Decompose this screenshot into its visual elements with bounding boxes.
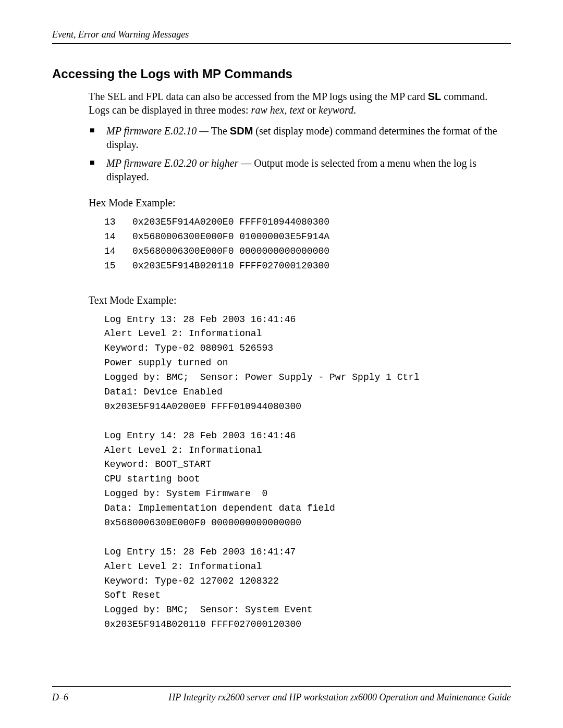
page-header: Event, Error and Warning Messages [52, 29, 511, 44]
hex-mode-output: 13 0x203E5F914A0200E0 FFFF010944080300 1… [104, 215, 508, 274]
bullet1-em: MP firmware E.02.10 — [106, 125, 209, 137]
body-content: The SEL and FPL data can also be accesse… [89, 90, 508, 632]
intro-sep1: , [284, 104, 289, 116]
hex-mode-label: Hex Mode Example: [89, 197, 508, 209]
bullet1-bold-sdm: SDM [230, 125, 253, 137]
intro-sep2: or [304, 104, 319, 116]
bullet-item-2: MP firmware E.02.20 or higher — Output m… [89, 156, 508, 183]
bullet2-em: MP firmware E.02.20 or higher [106, 157, 238, 169]
text-mode-output: Log Entry 13: 28 Feb 2003 16:41:46 Alert… [104, 313, 508, 633]
intro-bold-sl: SL [428, 91, 442, 102]
footer-doc-title: HP Integrity rx2600 server and HP workst… [168, 692, 511, 703]
bullet1-pre: The [209, 125, 230, 137]
bullet-list: MP firmware E.02.10 — The SDM (set displ… [89, 124, 508, 183]
intro-mode1: raw hex [251, 104, 285, 116]
footer-page-number: D–6 [52, 692, 68, 703]
intro-end: . [353, 104, 356, 116]
page-footer: D–6 HP Integrity rx2600 server and HP wo… [52, 686, 511, 703]
intro-part1: The SEL and FPL data can also be accesse… [89, 91, 428, 102]
intro-mode3: keyword [319, 104, 353, 116]
intro-paragraph: The SEL and FPL data can also be accesse… [89, 90, 508, 117]
text-mode-label: Text Mode Example: [89, 294, 508, 306]
section-title: Accessing the Logs with MP Commands [52, 67, 511, 81]
bullet-item-1: MP firmware E.02.10 — The SDM (set displ… [89, 124, 508, 151]
header-text: Event, Error and Warning Messages [52, 29, 189, 40]
intro-mode2: text [289, 104, 304, 116]
